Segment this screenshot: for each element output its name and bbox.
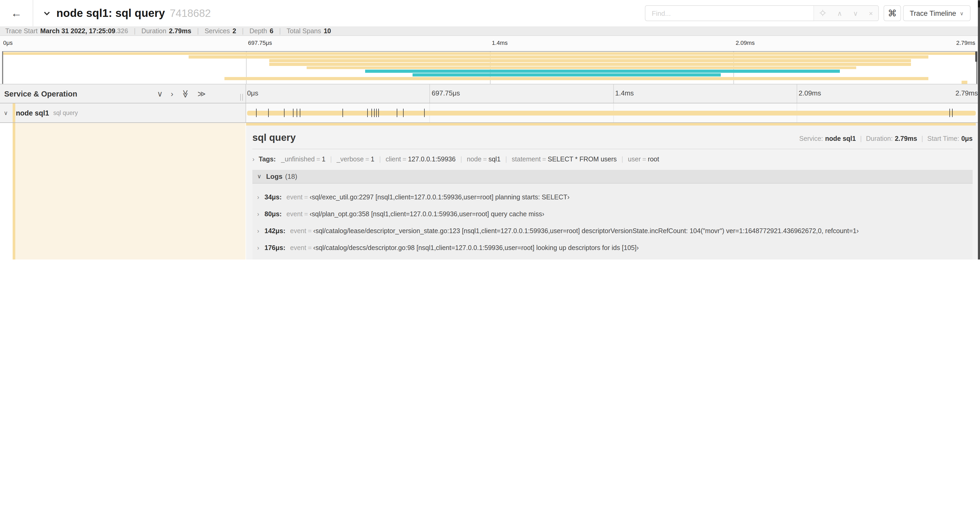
log-marker-tick	[296, 109, 297, 117]
log-field-value: ‹sql/plan_opt.go:358 [nsql1,client=127.0…	[310, 211, 544, 218]
tag-key: _verbose	[337, 156, 364, 163]
ruler-tick-label: 2.79ms	[956, 89, 978, 97]
tags-list: _unfinished=1|_verbose=1|client=127.0.0.…	[281, 156, 659, 163]
trace-title-group[interactable]: node sql1: sql query 7418682	[43, 7, 211, 19]
trace-meta-label: Trace Start	[5, 27, 38, 35]
log-equals: =	[304, 193, 308, 201]
log-marker-tick	[367, 109, 368, 117]
tags-row[interactable]: › Tags: _unfinished=1|_verbose=1|client=…	[252, 154, 973, 164]
ruler-gridline	[430, 85, 430, 103]
ruler-tick-label: 1.4ms	[615, 89, 634, 97]
minimap-span-row	[2, 62, 977, 66]
log-marker-tick	[256, 109, 256, 117]
ruler-gridline	[797, 85, 797, 103]
logs-header[interactable]: ∨ Logs (18)	[252, 170, 973, 184]
minimap-tick-label: 2.79ms	[956, 40, 975, 46]
tag-item: _unfinished=1	[281, 156, 325, 163]
view-selector-button[interactable]: Trace Timeline ∨	[903, 5, 970, 21]
log-marker-tick	[293, 109, 294, 117]
summary-value: 0μs	[961, 135, 973, 142]
next-match-icon[interactable]: ∨	[853, 10, 858, 17]
log-entry-row[interactable]: ›142μs:event=‹sql/catalog/lease/descript…	[255, 223, 973, 240]
span-row-label[interactable]: ∨ node sql1 sql query	[0, 103, 246, 122]
tag-value: SELECT * FROM users	[548, 156, 617, 163]
trace-id: 7418682	[170, 7, 211, 19]
expand-one-icon[interactable]: ›	[171, 89, 173, 98]
minimap-canvas[interactable]	[2, 51, 977, 85]
clear-find-icon[interactable]: ×	[869, 10, 873, 17]
find-input[interactable]	[646, 6, 813, 21]
tags-label: Tags:	[259, 156, 276, 163]
logs-label: Logs	[266, 172, 282, 180]
view-selector-label: Trace Timeline	[910, 9, 956, 17]
log-entry-row[interactable]: ›189μs:event=‹sql/catalog/lease/descript…	[255, 256, 973, 260]
span-row-timeline[interactable]	[246, 103, 980, 122]
log-field-value: ‹sql/exec_util.go:2297 [nsql1,client=127…	[310, 193, 570, 201]
minimap-right-grip[interactable]	[975, 52, 977, 62]
tag-key: client	[386, 156, 401, 163]
keyboard-shortcuts-button[interactable]: ⌘	[884, 5, 901, 21]
tag-equals: =	[402, 156, 406, 163]
separator: |	[330, 156, 332, 163]
tag-value: root	[648, 156, 659, 163]
chevron-down-icon[interactable]: ∨	[257, 173, 261, 180]
chevron-right-icon[interactable]: ›	[257, 193, 264, 201]
tag-key: statement	[512, 156, 541, 163]
summary-label: Duration:	[866, 135, 892, 142]
separator: |	[134, 27, 136, 35]
trace-meta-value-suffix: .326	[115, 27, 128, 35]
log-marker-tick	[268, 109, 269, 117]
log-entry-row[interactable]: ›80μs:event=‹sql/plan_opt.go:358 [nsql1,…	[255, 206, 973, 223]
column-resizer[interactable]	[240, 94, 243, 101]
ruler-tick-label: 697.75μs	[432, 89, 460, 97]
timeline-minimap: 0μs697.75μs1.4ms2.09ms2.79ms	[0, 36, 980, 84]
minimap-tick-label: 2.09ms	[736, 40, 755, 46]
trace-meta-value: 10	[324, 27, 331, 35]
log-field-key: event	[290, 227, 306, 235]
chevron-right-icon[interactable]: ›	[257, 227, 264, 235]
trace-summary-bar: Trace StartMarch 31 2022, 17:25:09.326|D…	[0, 26, 980, 36]
minimap-span-bar	[962, 81, 967, 84]
log-equals: =	[308, 244, 312, 252]
separator: |	[460, 156, 462, 163]
timeline-ruler: 0μs697.75μs1.4ms2.09ms2.79ms	[246, 85, 980, 103]
minimap-left-scrubber[interactable]	[2, 52, 3, 84]
log-marker-tick	[424, 109, 425, 117]
log-marker-tick	[343, 109, 343, 117]
collapse-all-icon[interactable]: ≫	[181, 89, 190, 97]
minimap-span-bar	[306, 66, 856, 69]
chevron-down-icon[interactable]: ∨	[4, 109, 8, 116]
prev-match-icon[interactable]: ∧	[837, 10, 842, 17]
service-color-stripe	[13, 123, 15, 260]
log-marker-tick	[371, 109, 372, 117]
span-row[interactable]: ∨ node sql1 sql query	[0, 103, 980, 123]
chevron-right-icon[interactable]: ›	[257, 211, 264, 218]
locate-icon[interactable]	[819, 9, 826, 17]
tag-item: statement=SELECT * FROM users	[512, 156, 617, 163]
chevron-down-icon[interactable]	[43, 9, 51, 18]
separator: |	[921, 135, 923, 142]
separator: |	[197, 27, 199, 35]
minimap-tick-label: 0μs	[3, 40, 13, 46]
separator: |	[379, 156, 381, 163]
collapse-one-icon[interactable]: ∨	[157, 89, 163, 98]
log-marker-tick	[950, 109, 950, 117]
span-detail-left-column	[0, 123, 246, 260]
log-equals: =	[304, 211, 308, 218]
trace-meta-label: Depth	[250, 27, 267, 35]
chevron-right-icon[interactable]: ›	[252, 156, 255, 163]
span-detail-title: sql query	[252, 132, 296, 144]
log-entry-row[interactable]: ›176μs:event=‹sql/catalog/descs/descript…	[255, 240, 973, 256]
chevron-right-icon[interactable]: ›	[257, 244, 264, 252]
minimap-tick-label: 1.4ms	[492, 40, 508, 46]
log-entry-row[interactable]: ›34μs:event=‹sql/exec_util.go:2297 [nsql…	[255, 189, 973, 206]
back-button[interactable]: ←	[0, 0, 33, 26]
logs-body: ›34μs:event=‹sql/exec_util.go:2297 [nsql…	[252, 184, 973, 260]
window-right-edge-mark	[978, 1, 980, 7]
logs-section: ∨ Logs (18) ›34μs:event=‹sql/exec_util.g…	[252, 170, 973, 260]
minimap-tick-label: 697.75μs	[248, 40, 272, 46]
expand-all-icon[interactable]: ≫	[197, 89, 205, 98]
minimap-span-bar	[224, 77, 929, 80]
minimap-span-row	[2, 59, 977, 62]
minimap-span-bar	[188, 56, 929, 59]
